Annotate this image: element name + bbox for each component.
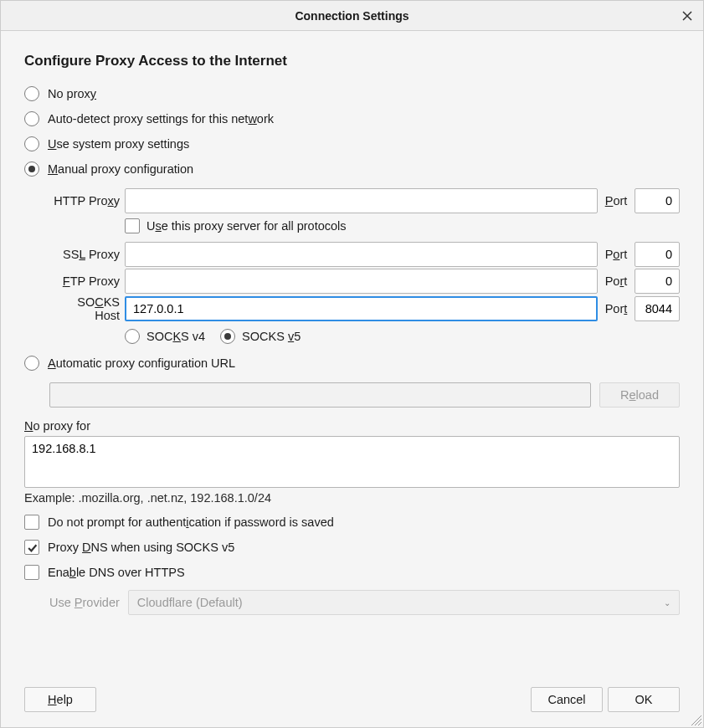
radio-system-proxy[interactable]: Use system proxy settings (24, 136, 680, 151)
radio-socks-v5[interactable]: SOCKS v5 (220, 329, 301, 344)
socks-host-label: SOCKS Host (49, 295, 125, 322)
check-dns-over-https[interactable]: Enable DNS over HTTPS (24, 565, 680, 580)
radio-manual-proxy[interactable]: Manual proxy configuration (24, 161, 680, 177)
use-all-protocols-row[interactable]: Use this proxy server for all protocols (125, 215, 680, 240)
checkbox-label: Do not prompt for authentication if pass… (48, 515, 334, 529)
reload-button[interactable]: Reload (599, 382, 680, 408)
http-proxy-row: HTTP Proxy Port (49, 188, 680, 213)
radio-label: SOCKS v4 (146, 330, 205, 343)
ssl-proxy-label: SSL Proxy (49, 248, 125, 261)
dialog-body: Configure Proxy Access to the Internet N… (1, 31, 703, 727)
http-port-input[interactable] (635, 188, 680, 213)
check-proxy-dns[interactable]: Proxy DNS when using SOCKS v5 (24, 540, 680, 555)
cancel-button[interactable]: Cancel (531, 687, 603, 712)
socks-version-row: SOCKS v4 SOCKS v5 (125, 324, 680, 349)
socks-host-row: SOCKS Host Port (49, 295, 680, 322)
ftp-port-input[interactable] (635, 269, 680, 294)
manual-proxy-block: HTTP Proxy Port Use this proxy server fo… (49, 187, 680, 351)
radio-icon (24, 86, 39, 101)
ftp-proxy-label: FTP Proxy (49, 274, 125, 288)
checkbox-icon (125, 218, 140, 233)
http-proxy-label: HTTP Proxy (49, 194, 125, 208)
ssl-port-input[interactable] (635, 242, 680, 267)
auto-config-url-input[interactable] (49, 382, 591, 408)
window-title: Connection Settings (295, 9, 409, 23)
radio-label: Automatic proxy configuration URL (48, 356, 235, 370)
provider-value: Cloudflare (Default) (137, 596, 243, 609)
chevron-down-icon: ⌄ (664, 598, 671, 608)
no-proxy-for-input[interactable] (24, 436, 680, 488)
checkbox-label: Proxy DNS when using SOCKS v5 (48, 541, 234, 554)
radio-icon (24, 161, 39, 177)
checkbox-label: Use this proxy server for all protocols (146, 219, 347, 233)
ssl-proxy-input[interactable] (125, 242, 598, 267)
http-proxy-input[interactable] (125, 188, 598, 213)
radio-no-proxy[interactable]: No proxy (24, 86, 680, 101)
ssl-port-label: Port (598, 248, 635, 261)
help-button[interactable]: Help (24, 687, 96, 712)
provider-select[interactable]: Cloudflare (Default) ⌄ (128, 590, 680, 615)
radio-label: Use system proxy settings (48, 137, 189, 151)
radio-label: Manual proxy configuration (48, 162, 193, 176)
no-proxy-for-label: No proxy for (24, 419, 680, 433)
titlebar: Connection Settings (1, 1, 703, 31)
close-icon[interactable] (678, 7, 696, 25)
radio-icon (24, 136, 39, 151)
resize-grip-icon[interactable] (691, 715, 702, 726)
radio-auto-config-url[interactable]: Automatic proxy configuration URL (24, 356, 680, 371)
check-no-prompt-auth[interactable]: Do not prompt for authentication if pass… (24, 515, 680, 530)
radio-icon (220, 329, 235, 344)
http-port-label: Port (598, 194, 635, 208)
radio-icon (24, 356, 39, 371)
checkbox-label: Enable DNS over HTTPS (48, 566, 185, 579)
radio-label: No proxy (48, 87, 96, 100)
radio-socks-v4[interactable]: SOCKS v4 (125, 329, 205, 344)
checkbox-icon (24, 515, 39, 530)
page-heading: Configure Proxy Access to the Internet (24, 53, 680, 69)
ftp-proxy-row: FTP Proxy Port (49, 269, 680, 294)
ftp-proxy-input[interactable] (125, 269, 598, 294)
socks-port-input[interactable] (635, 296, 680, 321)
radio-label: Auto-detect proxy settings for this netw… (48, 112, 274, 126)
radio-icon (125, 329, 140, 344)
auto-config-row: Reload (49, 382, 680, 408)
radio-label: SOCKS v5 (242, 330, 301, 343)
ok-button[interactable]: OK (608, 687, 680, 712)
provider-label: Use Provider (49, 596, 120, 609)
provider-row: Use Provider Cloudflare (Default) ⌄ (49, 590, 680, 615)
ftp-port-label: Port (598, 274, 635, 288)
socks-host-input[interactable] (125, 296, 598, 321)
radio-icon (24, 111, 39, 126)
dialog-footer: Help Cancel OK (24, 672, 680, 712)
checkbox-icon (24, 565, 39, 580)
ssl-proxy-row: SSL Proxy Port (49, 242, 680, 267)
socks-port-label: Port (598, 302, 635, 315)
checkbox-icon (24, 540, 39, 555)
radio-auto-detect[interactable]: Auto-detect proxy settings for this netw… (24, 111, 680, 126)
no-proxy-example: Example: .mozilla.org, .net.nz, 192.168.… (24, 491, 680, 505)
